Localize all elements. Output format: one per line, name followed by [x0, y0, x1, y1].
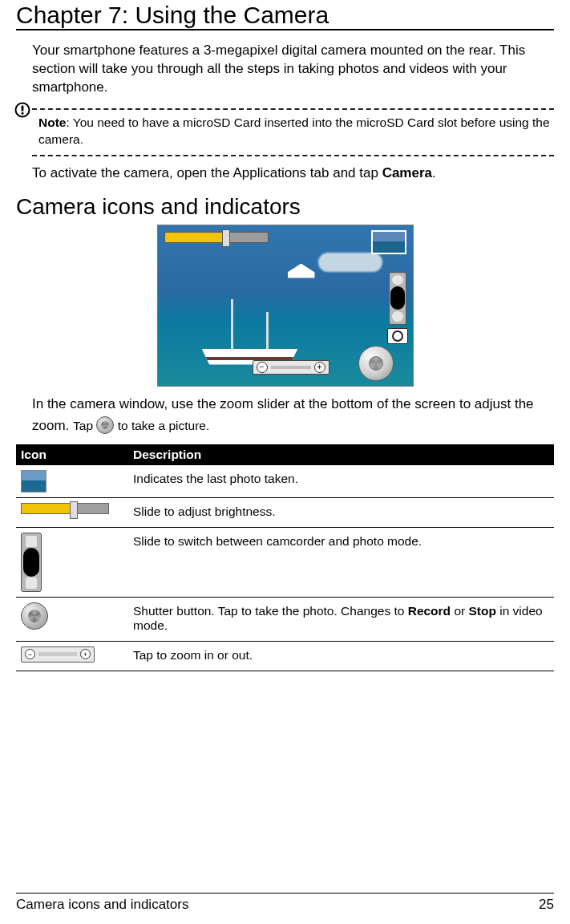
shutter-button[interactable] [358, 346, 394, 381]
page-footer: Camera icons and indicators 25 [16, 893, 554, 913]
activate-instruction: To activate the camera, open the Applica… [32, 164, 554, 183]
brightness-slider-icon [21, 503, 109, 514]
table-row: Indicates the last photo taken. [16, 465, 554, 498]
page-number: 25 [539, 897, 554, 913]
section-title: Camera icons and indicators [16, 194, 554, 220]
table-row: Slide to adjust brightness. [16, 497, 554, 527]
table-row: Shutter button. Tap to take the photo. C… [16, 597, 554, 641]
brightness-slider-knob[interactable] [222, 229, 230, 247]
camera-screenshot: − + [157, 225, 414, 387]
table-row: Slide to switch between camcorder and ph… [16, 527, 554, 597]
mode-toggle[interactable] [389, 272, 406, 325]
svg-point-2 [22, 112, 24, 115]
col-header-description: Description [128, 444, 554, 465]
chapter-title: Chapter 7: Using the Camera [16, 0, 554, 30]
zoom-instruction: In the camera window, use the zoom slide… [32, 393, 554, 436]
last-photo-thumbnail-icon [21, 470, 46, 492]
footer-section-name: Camera icons and indicators [16, 897, 188, 913]
brightness-slider[interactable] [164, 232, 269, 243]
col-header-icon: Icon [16, 444, 128, 465]
shutter-button-icon [21, 602, 48, 630]
table-row: −+ Tap to zoom in or out. [16, 641, 554, 671]
zoom-in-icon: + [80, 649, 91, 659]
zoom-slider-icon: −+ [21, 646, 95, 663]
zoom-out-icon: − [25, 649, 35, 659]
note-box: Note: You need to have a microSD Card in… [32, 108, 554, 156]
zoom-out-icon[interactable]: − [257, 362, 268, 373]
intro-paragraph: Your smartphone features a 3-megapixel d… [32, 42, 554, 97]
warning-icon [14, 102, 30, 118]
camcorder-icon [392, 275, 403, 286]
zoom-slider[interactable]: − + [253, 360, 329, 375]
camera-icon [387, 328, 408, 344]
note-text: Note: You need to have a microSD Card in… [38, 115, 554, 148]
zoom-in-icon[interactable]: + [314, 362, 325, 373]
mode-toggle-icon [21, 533, 42, 592]
shutter-icon [96, 416, 114, 434]
icon-description-table: Icon Description Indicates the last phot… [16, 444, 554, 671]
last-photo-thumbnail[interactable] [371, 230, 406, 254]
svg-rect-1 [22, 105, 24, 111]
photo-mode-icon [392, 311, 403, 322]
